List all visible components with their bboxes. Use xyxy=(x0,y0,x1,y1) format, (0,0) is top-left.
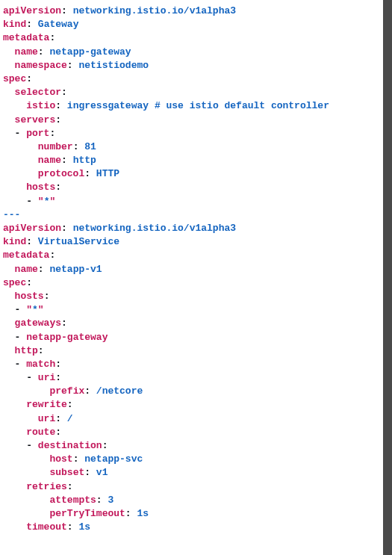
yaml-line: apiVersion: networking.istio.io/v1alpha3 xyxy=(3,222,380,235)
yaml-line: uri: / xyxy=(3,412,380,426)
yaml-line: prefix: /netcore xyxy=(3,385,380,398)
yaml-line: - uri: xyxy=(3,371,380,385)
yaml-line: - match: xyxy=(3,358,380,371)
yaml-editor: apiVersion: networking.istio.io/v1alpha3… xyxy=(0,0,383,555)
yaml-line: perTryTimeout: 1s xyxy=(3,507,380,521)
yaml-line: attempts: 3 xyxy=(3,494,380,507)
yaml-line: - "*" xyxy=(3,195,380,208)
yaml-line: name: netapp-v1 xyxy=(3,263,380,276)
yaml-line: http: xyxy=(3,344,380,358)
yaml-line: - port: xyxy=(3,127,380,140)
yaml-line: name: netapp-gateway xyxy=(3,46,380,59)
yaml-line: namespace: netistiodemo xyxy=(3,59,380,72)
yaml-line: name: http xyxy=(3,154,380,167)
yaml-line: istio: ingressgateway # use istio defaul… xyxy=(3,99,380,113)
yaml-line: servers: xyxy=(3,114,380,127)
yaml-line: --- xyxy=(3,208,380,222)
yaml-line: host: netapp-svc xyxy=(3,453,380,466)
yaml-line: apiVersion: networking.istio.io/v1alpha3 xyxy=(3,4,380,18)
yaml-line: - netapp-gateway xyxy=(3,331,380,344)
yaml-line: gateways: xyxy=(3,317,380,330)
yaml-line: timeout: 1s xyxy=(3,521,380,534)
yaml-line: - "*" xyxy=(3,303,380,317)
yaml-line: route: xyxy=(3,426,380,439)
yaml-line: metadata: xyxy=(3,31,380,45)
yaml-line: subset: v1 xyxy=(3,466,380,480)
yaml-line: - destination: xyxy=(3,439,380,453)
yaml-line: protocol: HTTP xyxy=(3,167,380,181)
yaml-line: selector: xyxy=(3,86,380,99)
yaml-line: hosts: xyxy=(3,290,380,303)
yaml-line: kind: VirtualService xyxy=(3,235,380,249)
yaml-line: metadata: xyxy=(3,249,380,262)
yaml-line: spec: xyxy=(3,72,380,86)
yaml-line: spec: xyxy=(3,276,380,290)
yaml-line: kind: Gateway xyxy=(3,18,380,31)
yaml-line: number: 81 xyxy=(3,140,380,154)
yaml-line: rewrite: xyxy=(3,398,380,412)
yaml-line: retries: xyxy=(3,480,380,494)
yaml-line: hosts: xyxy=(3,181,380,194)
